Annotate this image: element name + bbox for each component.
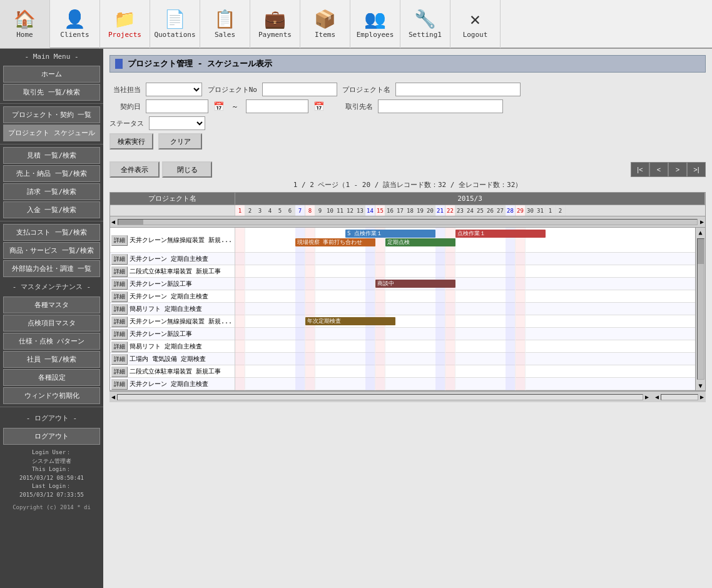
- vscroll-up-arrow[interactable]: ▲: [697, 228, 703, 237]
- contract-date-to-input[interactable]: [246, 99, 308, 113]
- nav-item-home[interactable]: 🏠Home: [0, 0, 50, 48]
- detail-button-1[interactable]: 詳細: [111, 254, 128, 265]
- project-no-input[interactable]: [262, 83, 337, 96]
- sidebar-item-project-contract-list[interactable]: プロジェクト・契約 一覧: [3, 106, 100, 123]
- contract-date-from-input[interactable]: [146, 99, 208, 113]
- gantt-day-cell-16: 17: [395, 205, 405, 216]
- gantt-scroll-right[interactable]: ▶: [699, 218, 705, 225]
- day-grid-2-0: [235, 265, 245, 278]
- sidebar-item-home[interactable]: ホーム: [3, 66, 100, 83]
- sidebar-item-employee-list[interactable]: 社員 一覧/検索: [3, 351, 100, 368]
- sidebar-item-invoice-list[interactable]: 請求 一覧/検索: [3, 183, 100, 200]
- gantt-proj-col-header: プロジェクト名: [110, 193, 235, 205]
- detail-button-4[interactable]: 詳細: [111, 291, 128, 302]
- detail-button-2[interactable]: 詳細: [111, 266, 128, 277]
- last-page-button[interactable]: >|: [687, 162, 706, 177]
- sidebar-item-settings[interactable]: 各種設定: [3, 369, 100, 386]
- nav-item-clients[interactable]: 👤Clients: [50, 0, 100, 48]
- day-grid-5-6: [295, 303, 305, 315]
- detail-button-9[interactable]: 詳細: [111, 354, 128, 365]
- sidebar-item-project-schedule[interactable]: プロジェクト スケジュール: [3, 124, 100, 141]
- vscroll-thumb[interactable]: [698, 239, 704, 264]
- gantt-hscroll-bottom[interactable]: ◀ ▶ ◀ ▶: [109, 391, 706, 402]
- hscroll-left-arrow[interactable]: ◀: [109, 393, 117, 400]
- status-select[interactable]: [149, 116, 205, 130]
- gantt-bar-0-3: 定期点検: [385, 238, 455, 246]
- next-page-button[interactable]: >: [668, 162, 687, 177]
- detail-button-5[interactable]: 詳細: [111, 304, 128, 315]
- gantt-scroll-left[interactable]: ◀: [110, 218, 116, 225]
- nav-item-quotations[interactable]: 📄Quotations: [150, 0, 200, 48]
- sidebar-item-clients-list[interactable]: 取引先 一覧/検索: [3, 84, 100, 101]
- nav-item-payments[interactable]: 💼Payments: [250, 0, 300, 48]
- sidebar-item-goods-list[interactable]: 商品・サービス 一覧/検索: [3, 242, 100, 259]
- detail-button-6[interactable]: 詳細: [111, 317, 128, 327]
- day-grid-4-0: [235, 290, 245, 303]
- gantt-row-8: 詳細簡易リフト 定期自主検査: [110, 340, 695, 353]
- hscroll-right-arrow2[interactable]: ▶: [698, 393, 706, 400]
- nav-icon-logout: ✕: [470, 9, 481, 29]
- nav-item-employees[interactable]: 👥Employees: [350, 0, 400, 48]
- sidebar-item-window-init[interactable]: ウィンドウ初期化: [3, 387, 100, 404]
- day-grid-3-7: [305, 278, 315, 290]
- detail-button-10[interactable]: 詳細: [111, 367, 128, 377]
- hscroll-track2[interactable]: [661, 394, 698, 400]
- sidebar-item-inspection-master[interactable]: 点検項目マスタ: [3, 315, 100, 332]
- day-grid-4-28: [516, 290, 526, 303]
- day-grid-2-27: [506, 265, 516, 278]
- project-name-input[interactable]: [395, 83, 521, 96]
- detail-button-8[interactable]: 詳細: [111, 342, 128, 352]
- first-page-button[interactable]: |<: [631, 162, 649, 177]
- day-grid-6-27: [506, 315, 516, 328]
- sidebar-item-estimate-list[interactable]: 見積 一覧/検索: [3, 147, 100, 164]
- hscroll-track[interactable]: [117, 394, 643, 400]
- day-grid-5-13: [365, 303, 375, 315]
- sidebar-item-logout[interactable]: ログアウト: [3, 428, 100, 445]
- gantt-day-cell-6: 7: [295, 205, 305, 216]
- show-all-button[interactable]: 全件表示: [109, 161, 160, 178]
- day-grid-7-27: [506, 328, 516, 340]
- nav-item-items[interactable]: 📦Items: [300, 0, 350, 48]
- detail-button-3[interactable]: 詳細: [111, 279, 128, 290]
- calendar-from-icon[interactable]: 📅: [213, 101, 224, 111]
- sidebar-item-master[interactable]: 各種マスタ: [3, 297, 100, 313]
- day-grid-11-14: [375, 378, 385, 390]
- detail-button-7[interactable]: 詳細: [111, 329, 128, 340]
- calendar-to-icon[interactable]: 📅: [313, 101, 324, 111]
- gantt-bar-0-1: 点検作業１: [455, 230, 546, 238]
- detail-button-0[interactable]: 詳細: [111, 235, 128, 246]
- day-grid-7-6: [295, 328, 305, 340]
- clear-button[interactable]: クリア: [158, 133, 202, 150]
- gantt-vscroll[interactable]: ▲ ▼: [695, 228, 705, 390]
- nav-item-setting1[interactable]: 🔧Setting1: [400, 0, 450, 48]
- sidebar-item-partner-list[interactable]: 外部協力会社・調達 一覧: [3, 260, 100, 277]
- day-grid-2-20: [435, 265, 445, 278]
- gantt-row-0: 詳細天井クレーン無線操縦装置 新規...S 点検作業１点検作業１現場視察 事前打…: [110, 228, 695, 253]
- hscroll-left-arrow2[interactable]: ◀: [653, 393, 661, 400]
- nav-label-setting1: Setting1: [409, 31, 442, 39]
- sidebar-item-payment-cost-list[interactable]: 支払コスト 一覧/検索: [3, 224, 100, 241]
- day-grid-4-14: [375, 290, 385, 303]
- search-execute-button[interactable]: 検索実行: [109, 133, 153, 150]
- detail-button-11[interactable]: 詳細: [111, 379, 128, 390]
- company-staff-label: 当社担当: [109, 85, 141, 94]
- vscroll-down-arrow[interactable]: ▼: [697, 381, 703, 390]
- gantt-hscroll-track[interactable]: [118, 219, 698, 225]
- prev-page-button[interactable]: <: [649, 162, 668, 177]
- hscroll-right-arrow[interactable]: ▶: [643, 393, 651, 400]
- sidebar-item-sales-list[interactable]: 売上・納品 一覧/検索: [3, 165, 100, 182]
- nav-item-logout[interactable]: ✕Logout: [450, 0, 501, 48]
- top-navigation: 🏠Home👤Clients📁Projects📄Quotations📋Sales💼…: [0, 0, 712, 49]
- sidebar-item-spec-pattern[interactable]: 仕様・点検 パターン: [3, 333, 100, 350]
- close-button[interactable]: 閉じる: [162, 161, 212, 178]
- form-row-3: ステータス: [109, 116, 706, 130]
- gantt-data-wrapper: 詳細天井クレーン無線操縦装置 新規...S 点検作業１点検作業１現場視察 事前打…: [110, 228, 705, 390]
- nav-item-projects[interactable]: 📁Projects: [100, 0, 150, 48]
- client-name-input[interactable]: [378, 99, 503, 113]
- gantt-top-scroll-row[interactable]: ◀ ▶: [110, 216, 705, 228]
- sidebar-item-payment-list[interactable]: 入金 一覧/検索: [3, 201, 100, 218]
- company-staff-select[interactable]: [146, 83, 202, 96]
- vscroll-track[interactable]: [697, 238, 704, 380]
- day-grid-7-7: [305, 328, 315, 340]
- nav-item-sales[interactable]: 📋Sales: [200, 0, 250, 48]
